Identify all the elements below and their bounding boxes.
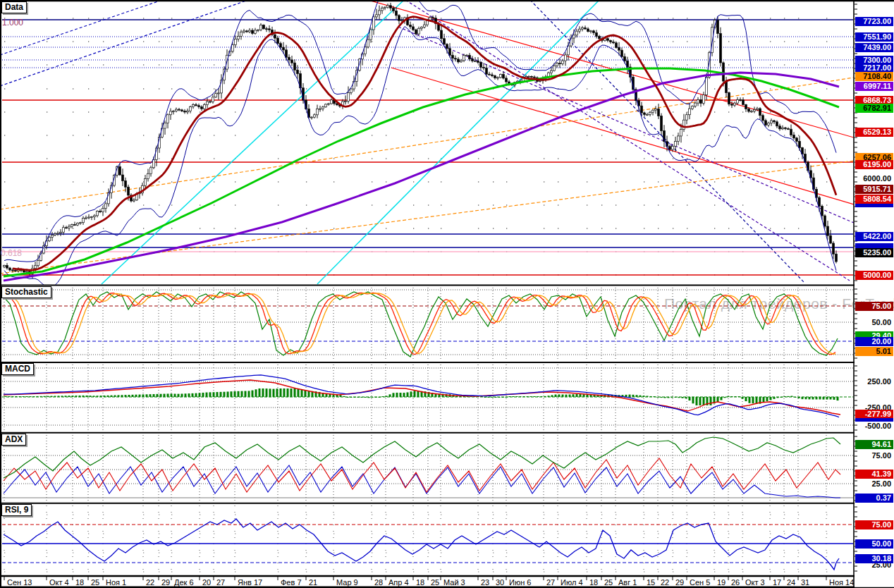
price-scale-tag: 7108.40 [855,72,893,81]
date-tick-label: 30 [496,578,504,587]
date-tick-label: 25 [431,578,439,587]
stochastic-scale-tag: 20.00 [855,337,893,346]
price-scale-tag: 5235.00 [855,248,893,257]
date-tick-label: 22 [661,578,669,587]
adx-scale-tag: 94.61 [855,440,893,449]
date-tick-label: Ноя 14 [829,578,854,587]
date-tick-label: 17 [773,578,781,587]
price-scale-tag: 6997.11 [855,82,893,91]
panel-button-macd[interactable]: MACD [1,363,34,375]
panel-button-rsi[interactable]: RSI, 9 [1,504,32,516]
date-tick-label: 25 [604,578,613,587]
date-tick-label: Апр 4 [388,578,409,587]
date-tick-label: 27 [216,578,225,587]
fib-level-label-0618: 0.618 [1,248,22,258]
adx-scale-tag: 41.39 [855,470,893,479]
date-tick-label: 19 [717,578,725,587]
price-scale-tag: 6529.13 [855,128,893,137]
date-tick-label: Авг 1 [618,578,637,587]
rsi-scale-tag: 50.00 [855,539,893,549]
date-tick-label: 29 [161,578,170,587]
date-tick-label: Янв 17 [238,578,262,587]
date-tick-label: 29 [675,578,684,587]
date-tick-label: Ноя 1 [106,578,126,587]
date-tick-label: Фев 7 [281,578,302,587]
price-scale-tag: 6782.91 [855,104,893,113]
date-tick-label: 20 [202,578,211,587]
stochastic-scale-tag: 50.00 [855,318,893,327]
chart-canvas[interactable] [0,0,894,588]
date-tick-label: 15 [647,578,655,587]
price-scale-tag: 5422.00 [855,232,893,241]
price-scale-tag: 6195.00 [855,160,893,169]
date-tick-label: Июн 6 [509,578,531,587]
date-tick-label: 21 [309,578,317,587]
rsi-scale-tag: 30.18 [855,554,893,563]
panel-button-stochastic[interactable]: Stochastic [1,286,51,298]
macd-scale-tag: -500.00 [855,422,893,431]
trading-terminal-window: { "app": {"watermark": "Портал для трейд… [0,0,894,588]
adx-scale-tag: 25.00 [855,479,893,489]
price-scale-tag: 5808.54 [855,195,893,204]
date-tick-label: Окт 4 [49,578,69,587]
stochastic-scale-tag: 5.01 [855,347,893,356]
date-tick-label: Сен 5 [690,578,710,587]
date-tick-label: Май 3 [443,578,465,587]
date-tick-label: 25 [91,578,99,587]
rsi-scale-tag: 75.00 [855,520,893,529]
date-tick-label: Окт 3 [745,578,765,587]
date-tick-label: 26 [731,578,740,587]
date-tick-label: 18 [416,578,424,587]
date-tick-label: 28 [374,578,383,587]
price-scale-tag: 5915.71 [855,185,893,194]
adx-scale-tag: 75.00 [855,451,893,460]
panel-button-adx[interactable]: ADX [1,434,26,446]
date-tick-label: Сен 13 [7,578,32,587]
panel-button-data[interactable]: Data [1,1,27,13]
price-scale-tag: 6000.00 [855,174,893,183]
date-tick-label: Дек 6 [174,578,194,587]
price-scale-tag: 7551.90 [855,32,893,42]
stochastic-scale-tag: 75.00 [855,302,893,311]
date-tick-label: 24 [787,578,795,587]
date-tick-label: 18 [589,578,598,587]
date-tick-label: 27 [546,578,555,587]
macd-scale-tag: 250.00 [855,377,893,386]
date-tick-label: 22 [146,578,154,587]
date-tick-label: 31 [801,578,809,587]
date-tick-label: Мар 9 [336,578,358,587]
date-tick-label: 23 [481,578,489,587]
price-scale-tag: 7439.00 [855,43,893,52]
date-tick-label: 18 [75,578,84,587]
price-scale-tag [855,243,893,248]
price-scale-tag [855,203,893,207]
price-scale-tag: 5000.00 [855,271,893,280]
fib-level-label-1000: 1.000 [2,18,23,27]
adx-scale-tag: 0.37 [855,494,893,503]
date-tick-label: Июл 4 [561,578,583,587]
price-scale-tag: 7723.00 [855,17,893,26]
